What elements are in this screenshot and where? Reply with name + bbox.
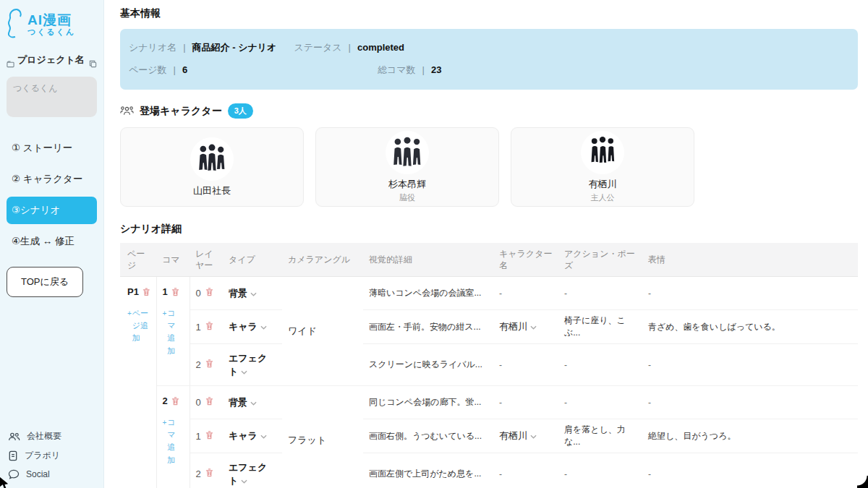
layer-number: 0 bbox=[196, 288, 201, 299]
back-to-top-button[interactable]: TOPに戻る bbox=[7, 267, 83, 297]
character-name: 有栖川 bbox=[589, 178, 617, 191]
character-name-dropdown[interactable]: 有栖川 bbox=[493, 310, 558, 344]
type-dropdown[interactable]: エフェクト bbox=[223, 453, 282, 488]
status-field: ステータス | completed bbox=[294, 41, 404, 54]
chevron-down-icon bbox=[530, 435, 537, 439]
delete-icon[interactable] bbox=[171, 397, 179, 406]
action-pose-value: - bbox=[564, 288, 567, 299]
pages-label: ページ数 bbox=[129, 64, 167, 77]
page-id: P1 bbox=[127, 286, 139, 297]
divider: | bbox=[349, 42, 351, 53]
action-pose-cell: - bbox=[558, 386, 642, 419]
character-name-cell: - bbox=[493, 453, 558, 488]
visual-detail-cell: 画面右側。うつむいている... bbox=[363, 419, 493, 453]
action-pose-value: - bbox=[564, 360, 567, 370]
status-label: ステータス bbox=[294, 41, 341, 54]
plus-icon: + bbox=[163, 417, 167, 466]
character-cards: 山田社長 杉本昂輝 脇役 有栖川 主人公 bbox=[120, 127, 858, 207]
chevron-down-icon bbox=[260, 435, 267, 439]
character-name-cell: - bbox=[493, 386, 558, 419]
character-card: 有栖川 主人公 bbox=[511, 127, 694, 207]
character-name-value: - bbox=[499, 288, 502, 299]
delete-icon[interactable] bbox=[205, 468, 213, 477]
action-pose-cell: - bbox=[558, 453, 642, 488]
character-card: 杉本昂輝 脇役 bbox=[315, 127, 499, 207]
visual-detail-value: 画面左・手前。安物の紺ス... bbox=[369, 322, 481, 332]
delete-icon[interactable] bbox=[205, 322, 213, 330]
add-panel-button[interactable]: +コマ追加 bbox=[163, 307, 184, 356]
delete-icon[interactable] bbox=[205, 397, 213, 406]
action-pose-cell: - bbox=[558, 277, 642, 310]
footer-item-social[interactable]: Social bbox=[8, 469, 97, 479]
camera-angle-value: フラット bbox=[288, 435, 326, 445]
action-pose-value: 椅子に座り、こぶ... bbox=[564, 315, 626, 338]
col-header-visual-detail: 視覚的詳細 bbox=[363, 243, 493, 277]
sidebar-item-scenario[interactable]: ③シナリオ bbox=[7, 197, 97, 224]
expression-value: - bbox=[648, 469, 651, 479]
logo-title: AI漫画 bbox=[27, 13, 75, 27]
layer-number-cell: 2 bbox=[190, 344, 223, 386]
copy-icon[interactable] bbox=[89, 58, 97, 71]
visual-detail-value: 画面右側。うつむいている... bbox=[369, 431, 482, 441]
type-dropdown[interactable]: 背景 bbox=[223, 386, 282, 419]
expression-cell: - bbox=[642, 386, 858, 419]
project-name-row: プロジェクト名 bbox=[7, 53, 97, 71]
expression-cell: - bbox=[642, 277, 858, 310]
type-dropdown[interactable]: エフェクト bbox=[223, 344, 282, 386]
panel-cell: 2+コマ追加 bbox=[156, 386, 190, 488]
chat-bubble-icon bbox=[8, 469, 20, 479]
visual-detail-value: 薄暗いコンペ会場の会議室... bbox=[369, 288, 481, 298]
chevron-down-icon bbox=[530, 325, 537, 330]
divider: | bbox=[174, 64, 176, 75]
project-name-input[interactable] bbox=[7, 77, 97, 117]
sidebar-item-generate-fix[interactable]: ④生成 ↔ 修正 bbox=[7, 228, 97, 255]
scenario-table: ページ コマ レイヤー タイプ カメラアングル 視覚的詳細 キャラクター名 アク… bbox=[120, 243, 858, 488]
character-role: 脇役 bbox=[399, 192, 415, 203]
expression-value: - bbox=[648, 398, 651, 408]
character-count-badge: 3人 bbox=[228, 103, 253, 119]
delete-icon[interactable] bbox=[142, 288, 150, 296]
type-dropdown[interactable]: キャラ bbox=[223, 419, 282, 453]
action-pose-cell: 椅子に座り、こぶ... bbox=[558, 310, 642, 344]
characters-header: 登場キャラクター 3人 bbox=[120, 103, 858, 119]
add-page-button[interactable]: +ページ追加 bbox=[127, 307, 150, 344]
delete-icon[interactable] bbox=[171, 288, 179, 296]
scenario-detail-title: シナリオ詳細 bbox=[120, 223, 858, 236]
delete-icon[interactable] bbox=[205, 288, 213, 296]
expression-value: - bbox=[648, 360, 651, 370]
footer-item-privacy-policy[interactable]: プラポリ bbox=[8, 450, 97, 462]
chevron-down-icon bbox=[241, 370, 247, 374]
status-value: completed bbox=[357, 42, 404, 53]
type-value: 背景 bbox=[229, 397, 247, 408]
scenario-name-value: 商品紹介 - シナリオ bbox=[192, 41, 277, 54]
delete-icon[interactable] bbox=[205, 431, 213, 440]
sidebar-nav: ① ストーリー ② キャラクター ③シナリオ ④生成 ↔ 修正 bbox=[7, 134, 97, 255]
type-dropdown[interactable]: キャラ bbox=[223, 310, 282, 344]
visual-detail-value: 同じコンペ会場の廊下。蛍... bbox=[369, 397, 481, 407]
screen-corner bbox=[857, 476, 868, 488]
sidebar-item-story[interactable]: ① ストーリー bbox=[7, 134, 97, 162]
expression-cell: 青ざめ、歯を食いしばっている。 bbox=[642, 310, 858, 344]
scenario-name-field: シナリオ名 | 商品紹介 - シナリオ bbox=[129, 41, 276, 54]
delete-icon[interactable] bbox=[205, 359, 213, 368]
plus-icon: + bbox=[163, 308, 167, 356]
chevron-down-icon bbox=[250, 401, 257, 406]
visual-detail-cell: 画面左・手前。安物の紺ス... bbox=[363, 310, 493, 344]
footer-item-label: 会社概要 bbox=[27, 430, 61, 442]
divider: | bbox=[183, 42, 185, 53]
character-name-value: - bbox=[499, 398, 502, 408]
layer-row: P1+ページ追加1+コマ追加0背景ワイド薄暗いコンペ会場の会議室...--- bbox=[120, 277, 858, 310]
total-panels-value: 23 bbox=[431, 64, 441, 75]
people-icon bbox=[8, 432, 20, 442]
col-header-type: タイプ bbox=[223, 243, 282, 277]
footer-item-company[interactable]: 会社概要 bbox=[8, 430, 97, 442]
mascot-outline-icon bbox=[7, 7, 25, 42]
type-value: キャラ bbox=[229, 321, 258, 332]
layer-number-cell: 0 bbox=[190, 277, 223, 310]
type-dropdown[interactable]: 背景 bbox=[223, 277, 282, 310]
character-name-dropdown[interactable]: 有栖川 bbox=[493, 419, 558, 453]
add-panel-button[interactable]: +コマ追加 bbox=[163, 416, 184, 466]
logo-subtitle: つくるくん bbox=[27, 28, 75, 36]
page-cell: P1+ページ追加 bbox=[120, 277, 156, 488]
sidebar-item-character[interactable]: ② キャラクター bbox=[7, 166, 97, 193]
